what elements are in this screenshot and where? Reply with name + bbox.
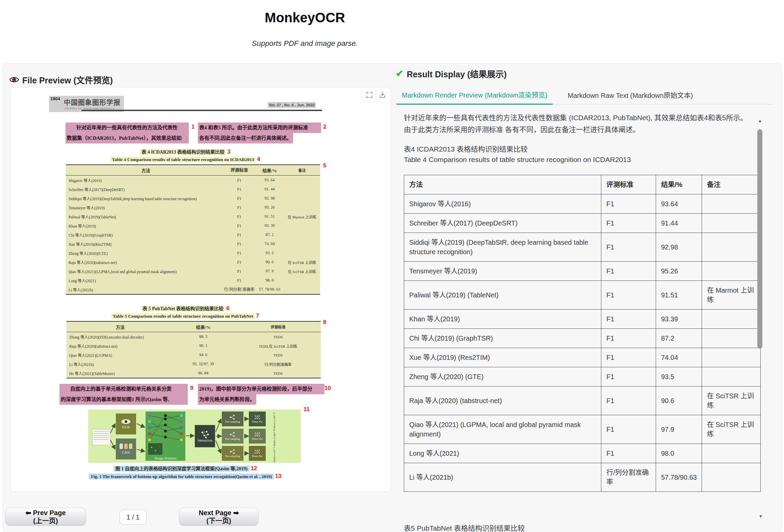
result-table-row: Xue 等人(2019) (Res2TIM) F1 74.04: [404, 348, 761, 367]
annotation-2: 2: [323, 124, 326, 130]
result-table-row: Siddiqi 等人(2019) (DeepTabStR, deep learn…: [404, 233, 761, 262]
annotation-7: 7: [256, 313, 259, 319]
preview-table-row: Chi 等人(2019)(GraphTSR) F1 87. 2: [66, 230, 320, 239]
result-table-row: Li 等人(2021b) 行/列分割准确率 57.78/90.63: [404, 463, 761, 492]
scroll-down-icon[interactable]: ▼: [758, 514, 763, 519]
annotation-5: 5: [323, 162, 326, 169]
preview-table5: 方法 结果/% 评测标准 Zhong 等人(2020)(EDD,encoder-…: [67, 321, 321, 378]
annotation-6: 6: [226, 305, 229, 312]
annotation-10: 10: [324, 385, 331, 392]
result-table-header-row: 方法 评测标准 结果/% 备注: [404, 175, 761, 194]
table5-caption-en: Table 5 Comparison results of table stru…: [44, 313, 326, 319]
file-preview-box: 1904 中国图象图形学报 JOURNAL OF IMAGE AND GRAPH…: [10, 87, 391, 492]
preview-table-row: Long 等人(2021) F1 98. 0: [66, 276, 320, 285]
figure-caption-zh: 图 1 自底向上的表格结构识别深度学习算法框架(Qasim 等,2019) 12: [44, 465, 326, 472]
annotation-4: 4: [257, 156, 260, 162]
file-preview-title: File Preview (文件预览): [22, 74, 113, 86]
tab-markdown-raw-text[interactable]: Markdown Raw Text (Markdown原始文本): [562, 88, 698, 104]
result-display-title: Result Display (结果展示): [407, 68, 507, 80]
download-icon[interactable]: [379, 91, 386, 99]
preview-table-row: Zheng 等人(2020)(GTE) F1 93. 5: [66, 248, 320, 258]
table5-caption-zh: 表 5 PubTabNet 表格结构识别结果比较 6: [44, 305, 326, 312]
markdown-table-caption: 表4 ICDAR2013 表格结构识别结果比较 Table 4 Comparis…: [404, 144, 631, 165]
preview-table-row: He 等人(2021)(TableMaster) 96. 84 TEDS: [67, 369, 321, 378]
figure-arrows: [88, 409, 301, 463]
preview-table-row: Khan 等人(2019) F1 93. 39: [66, 221, 320, 230]
preview-table-row: Li 等人(2021b) 95. 32/97. 39 行/列分割准确率: [67, 360, 321, 369]
page-title: MonkeyOCR: [0, 10, 610, 25]
fullscreen-icon[interactable]: [366, 91, 373, 99]
figure-caption-en: Fig. 1 The framework of bottom-up algori…: [44, 473, 326, 480]
result-table-body: Shigarov 等人(2016) F1 93.64 Schreiber 等人(…: [404, 194, 761, 492]
highlighted-paragraph-2-col2: 2019)，图中前半部分为单元格检测阶段，后半部分 为单元格关系判断阶段。: [198, 384, 324, 405]
preview-table-row: Paliwal 等人(2019)(TableNet) F1 91. 51 在 M…: [66, 212, 320, 221]
highlighted-paragraph-1-col2: 表4 和表5 所示。由于此类方法所采用的评测标准 各有不同,因此在备注一栏进行具…: [198, 123, 321, 143]
preview-table-row: Qiao 等人(2021)(LGPMA,local and global pyr…: [66, 267, 320, 276]
monkeyocr-app: MonkeyOCR Supports PDF and image parse. …: [0, 0, 784, 532]
result-tabs: Markdown Render Preview (Markdown渲染预览) M…: [396, 88, 773, 105]
result-table-row: Paliwal 等人(2019) (TableNet) F1 91.51 在 M…: [404, 281, 761, 310]
result-table-row: Schreiber 等人(2017) (DeepDeSRT) F1 91.44: [404, 214, 761, 233]
page-subtitle: Supports PDF and image parse.: [0, 39, 610, 48]
preview-table-row: Xue 等人(2019)(Res2TIM) F1 74. 04: [66, 239, 320, 248]
check-icon: ✔: [396, 69, 403, 78]
toolbar-divider: [376, 91, 376, 99]
annotation-9: 9: [190, 385, 193, 392]
preview-table-row: Li 等人(2021b) 行/列分割 准确率 57. 78/90. 63: [66, 285, 320, 294]
preview-table4-body: Shigarov 等人(2016) F1 93. 64 Schreiber 等人…: [66, 176, 320, 294]
annotation-3: 3: [227, 149, 230, 155]
preview-toolbar: [362, 88, 390, 102]
annotation-12: 12: [251, 465, 257, 472]
scrollbar-thumb[interactable]: [757, 129, 762, 349]
result-table-row: Khan 等人(2019) F1 93.39: [404, 310, 761, 329]
result-table-row: Qiao 等人(2021) (LGPMA, local and global p…: [404, 415, 761, 444]
result-table-row: Long 等人(2021) F1 98.0: [404, 444, 761, 463]
next-page-button[interactable]: Next Page ➡ (下一页): [179, 508, 259, 526]
result-table-row: Zheng 等人(2020) (GTE) F1 93.5: [404, 367, 761, 387]
result-display-header: ✔ Result Display (结果展示): [396, 68, 507, 80]
preview-table4-header: 方法 评测标准 结果/% 备注: [66, 165, 320, 176]
preview-table-row: Zhong 等人(2020)(EDD,encoder-dual-decoder)…: [67, 332, 321, 341]
journal-rule: [81, 110, 322, 111]
annotation-11: 11: [304, 406, 310, 413]
journal-issue: Vol. 27 , No. 6 , Jun. 2022: [268, 102, 316, 108]
scroll-up-icon[interactable]: ▲: [757, 118, 763, 123]
journal-name: 中国图象图形学报: [64, 97, 121, 107]
preview-table-row: Shigarov 等人(2016) F1 93. 64: [66, 176, 320, 185]
result-table-row: Raja 等人(2020) (tabstruct-net) F1 90.6 在 …: [404, 387, 761, 415]
result-table-row: Chi 等人(2019) (GraphTSR) F1 87.2: [404, 329, 761, 348]
markdown-paragraph: 针对近年来的一些具有代表性的方法及代表性数据集 (ICDAR2013, PubT…: [404, 112, 749, 135]
file-preview-header: File Preview (文件预览): [9, 74, 113, 86]
preview-table5-body: Zhong 等人(2020)(EDD,encoder-dual-decoder)…: [67, 332, 321, 378]
preview-table-row: Raja 等人(2020)(tabstruct-net) F1 90. 6 在 …: [66, 258, 320, 267]
table4-caption-zh: 表 4 ICDAR2013 表格结构识别结果比较 3: [44, 148, 326, 155]
annotation-1: 1: [191, 124, 194, 130]
eye-icon: [9, 75, 19, 84]
journal-page-number: 1904: [50, 96, 60, 101]
preview-table4: 方法 评测标准 结果/% 备注 Shigarov 等人(2016) F1 93.…: [66, 164, 320, 295]
tab-markdown-render-preview[interactable]: Markdown Render Preview (Markdown渲染预览): [396, 88, 553, 105]
figure-1: OCR CNN: [88, 409, 301, 463]
prev-page-button[interactable]: ⬅ Prev Page (上一页): [5, 508, 86, 526]
result-table-row: Shigarov 等人(2016) F1 93.64: [404, 194, 761, 214]
result-table-row: Tensmeyer 等人(2019) F1 95.26: [404, 262, 761, 281]
result-table: 方法 评测标准 结果/% 备注 Shigarov 等人(2016) F1 93.…: [404, 175, 761, 492]
highlighted-paragraph-2-col1: 自底向上的基于单元格检测和单元格关系分类 的深度学习算法的基本框架如图1 所示(…: [59, 384, 188, 405]
table4-caption-en: Table 4 Comparison results of table stru…: [44, 156, 326, 163]
preview-table-row: Raja 等人(2020)(tabstruct-net) 90. 1 TEDS,…: [67, 341, 321, 350]
next-section-partial-text: 表5 PubTabNet 表格结构识别结果比较: [404, 523, 525, 532]
highlighted-paragraph-1-col1: 针对近年来的一些具有代表性的方法及代表性 数据集（ICDAR2013，PubTa…: [66, 123, 189, 143]
preview-table-row: Tensmeyer 等人(2019) F1 95. 26: [66, 203, 320, 212]
preview-table-row: Schreiber 等人(2017)(DeepDeSRT) F1 91. 44: [66, 185, 320, 194]
preview-table5-header: 方法 结果/% 评测标准: [67, 322, 321, 332]
preview-table-row: Qiao 等人(2021)(LGPMA) 94. 6 TEDS: [67, 350, 321, 360]
preview-table-row: Siddiqui 等人(2019)(DeepTabStR,deep learni…: [66, 194, 320, 203]
page-indicator: 1 / 1: [120, 510, 147, 525]
annotation-8: 8: [323, 319, 326, 326]
annotation-13: 13: [275, 473, 282, 479]
document-page: 1904 中国图象图形学报 JOURNAL OF IMAGE AND GRAPH…: [44, 95, 326, 486]
